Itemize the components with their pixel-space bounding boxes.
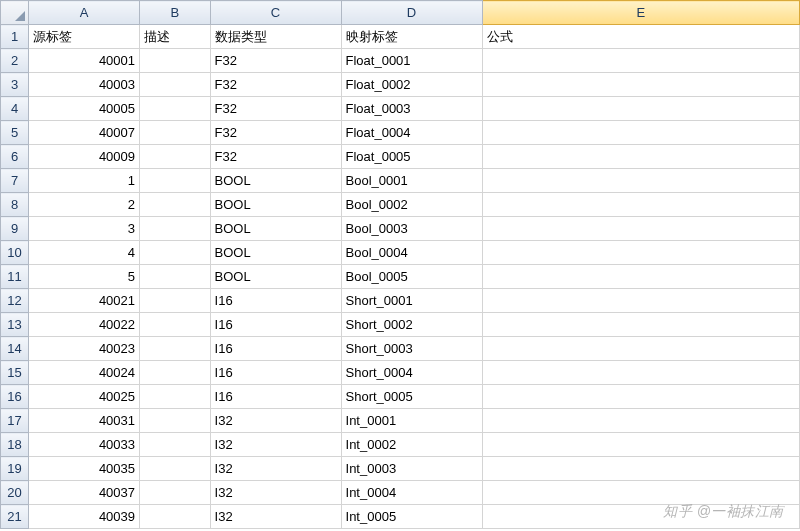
cell[interactable]: 5: [29, 265, 140, 289]
cell[interactable]: F32: [210, 49, 341, 73]
cell[interactable]: 源标签: [29, 25, 140, 49]
col-header-C[interactable]: C: [210, 1, 341, 25]
cell[interactable]: Short_0003: [341, 337, 482, 361]
cell[interactable]: Int_0001: [341, 409, 482, 433]
cell[interactable]: F32: [210, 73, 341, 97]
cell[interactable]: [140, 73, 211, 97]
cell[interactable]: I16: [210, 337, 341, 361]
cell[interactable]: [140, 145, 211, 169]
cell[interactable]: I16: [210, 361, 341, 385]
cell[interactable]: [482, 265, 799, 289]
cell[interactable]: Float_0004: [341, 121, 482, 145]
cell[interactable]: 40025: [29, 385, 140, 409]
cell[interactable]: 2: [29, 193, 140, 217]
col-header-D[interactable]: D: [341, 1, 482, 25]
cell[interactable]: [140, 361, 211, 385]
cell[interactable]: [482, 145, 799, 169]
cell[interactable]: [140, 313, 211, 337]
cell[interactable]: 公式: [482, 25, 799, 49]
row-header[interactable]: 11: [1, 265, 29, 289]
select-all-corner[interactable]: [1, 1, 29, 25]
cell[interactable]: 40023: [29, 337, 140, 361]
row-header[interactable]: 14: [1, 337, 29, 361]
row-header[interactable]: 16: [1, 385, 29, 409]
row-header[interactable]: 18: [1, 433, 29, 457]
cell[interactable]: F32: [210, 145, 341, 169]
cell[interactable]: 40037: [29, 481, 140, 505]
cell[interactable]: 4: [29, 241, 140, 265]
cell[interactable]: Short_0005: [341, 385, 482, 409]
cell[interactable]: 40005: [29, 97, 140, 121]
cell[interactable]: I16: [210, 313, 341, 337]
cell[interactable]: Float_0003: [341, 97, 482, 121]
cell[interactable]: Float_0002: [341, 73, 482, 97]
cell[interactable]: [140, 217, 211, 241]
cell[interactable]: 40022: [29, 313, 140, 337]
cell[interactable]: [140, 193, 211, 217]
cell[interactable]: F32: [210, 121, 341, 145]
row-header[interactable]: 8: [1, 193, 29, 217]
cell[interactable]: BOOL: [210, 169, 341, 193]
cell[interactable]: [482, 49, 799, 73]
cell[interactable]: [140, 49, 211, 73]
cell[interactable]: [482, 361, 799, 385]
col-header-E[interactable]: E: [482, 1, 799, 25]
cell[interactable]: 40039: [29, 505, 140, 529]
cell[interactable]: 40024: [29, 361, 140, 385]
cell[interactable]: Int_0002: [341, 433, 482, 457]
cell[interactable]: [482, 193, 799, 217]
cell[interactable]: 数据类型: [210, 25, 341, 49]
row-header[interactable]: 17: [1, 409, 29, 433]
cell[interactable]: BOOL: [210, 193, 341, 217]
cell[interactable]: [482, 217, 799, 241]
row-header[interactable]: 20: [1, 481, 29, 505]
row-header[interactable]: 12: [1, 289, 29, 313]
cell[interactable]: [482, 313, 799, 337]
cell[interactable]: 40021: [29, 289, 140, 313]
cell[interactable]: Bool_0003: [341, 217, 482, 241]
cell[interactable]: 40009: [29, 145, 140, 169]
cell[interactable]: I32: [210, 433, 341, 457]
cell[interactable]: [140, 97, 211, 121]
cell[interactable]: [482, 433, 799, 457]
cell[interactable]: Bool_0001: [341, 169, 482, 193]
row-header[interactable]: 3: [1, 73, 29, 97]
cell[interactable]: I16: [210, 385, 341, 409]
cell[interactable]: [140, 433, 211, 457]
cell[interactable]: I32: [210, 457, 341, 481]
cell[interactable]: [482, 505, 799, 529]
cell[interactable]: Bool_0002: [341, 193, 482, 217]
cell[interactable]: 描述: [140, 25, 211, 49]
cell[interactable]: [482, 385, 799, 409]
cell[interactable]: [140, 481, 211, 505]
cell[interactable]: Short_0001: [341, 289, 482, 313]
cell[interactable]: [482, 409, 799, 433]
cell[interactable]: Short_0004: [341, 361, 482, 385]
cell[interactable]: [482, 457, 799, 481]
cell[interactable]: [482, 121, 799, 145]
row-header[interactable]: 13: [1, 313, 29, 337]
cell[interactable]: Bool_0004: [341, 241, 482, 265]
cell[interactable]: 40031: [29, 409, 140, 433]
cell[interactable]: [140, 409, 211, 433]
cell[interactable]: I32: [210, 409, 341, 433]
cell[interactable]: 40001: [29, 49, 140, 73]
cell[interactable]: [482, 169, 799, 193]
cell[interactable]: [140, 505, 211, 529]
cell[interactable]: [140, 457, 211, 481]
cell[interactable]: 3: [29, 217, 140, 241]
cell[interactable]: 1: [29, 169, 140, 193]
cell[interactable]: [140, 265, 211, 289]
row-header[interactable]: 2: [1, 49, 29, 73]
cell[interactable]: 40033: [29, 433, 140, 457]
cell[interactable]: 40007: [29, 121, 140, 145]
cell[interactable]: [482, 241, 799, 265]
cell[interactable]: BOOL: [210, 217, 341, 241]
cell[interactable]: Int_0003: [341, 457, 482, 481]
col-header-A[interactable]: A: [29, 1, 140, 25]
cell[interactable]: [140, 241, 211, 265]
cell[interactable]: [140, 289, 211, 313]
row-header[interactable]: 10: [1, 241, 29, 265]
cell[interactable]: [482, 481, 799, 505]
cell[interactable]: Short_0002: [341, 313, 482, 337]
